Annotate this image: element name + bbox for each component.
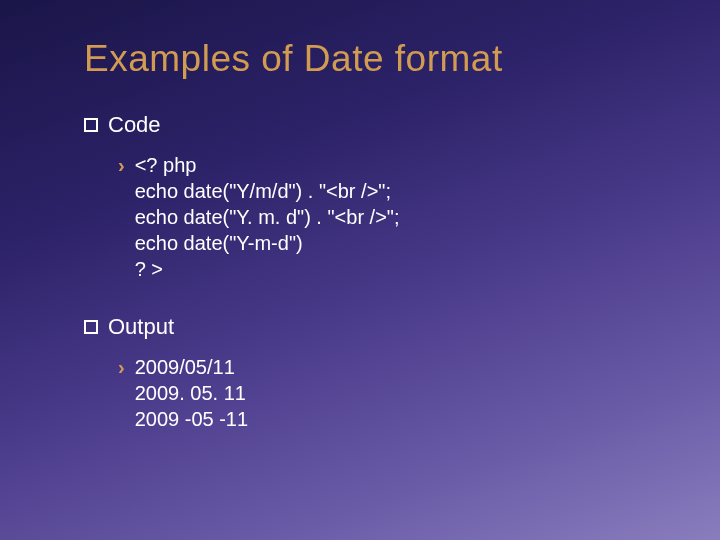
chevron-right-icon: ›: [118, 152, 125, 178]
chevron-right-icon: ›: [118, 354, 125, 380]
output-body: 2009/05/11 2009. 05. 11 2009 -05 -11: [135, 354, 248, 432]
section-label: Output: [108, 314, 174, 340]
section-head-code: Code: [84, 112, 660, 138]
section-output: Output › 2009/05/11 2009. 05. 11 2009 -0…: [84, 314, 660, 432]
code-body: <? php echo date("Y/m/d") . "<br />"; ec…: [135, 152, 400, 282]
square-bullet-icon: [84, 118, 98, 132]
section-head-output: Output: [84, 314, 660, 340]
section-label: Code: [108, 112, 161, 138]
sub-item-output: › 2009/05/11 2009. 05. 11 2009 -05 -11: [118, 354, 660, 432]
slide-title: Examples of Date format: [84, 38, 660, 80]
section-code: Code › <? php echo date("Y/m/d") . "<br …: [84, 112, 660, 282]
square-bullet-icon: [84, 320, 98, 334]
slide: Examples of Date format Code › <? php ec…: [0, 0, 720, 540]
sub-item-code: › <? php echo date("Y/m/d") . "<br />"; …: [118, 152, 660, 282]
